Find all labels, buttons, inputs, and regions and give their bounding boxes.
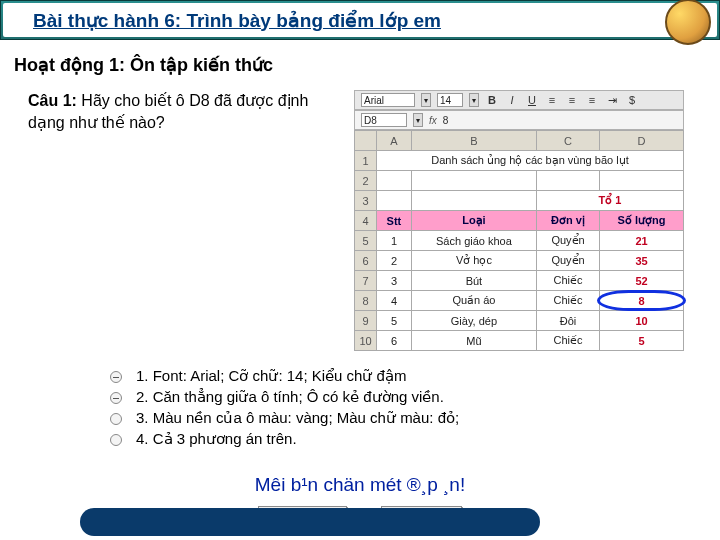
radio-icon[interactable] xyxy=(110,371,122,383)
fx-icon[interactable]: fx xyxy=(429,115,437,126)
merged-cell: Danh sách ủng hộ các bạn vùng bão lụt xyxy=(377,151,684,171)
col-header: A xyxy=(377,131,412,151)
cell: 5 xyxy=(377,311,412,331)
radio-icon[interactable] xyxy=(110,392,122,404)
table-row: 1Danh sách ủng hộ các bạn vùng bão lụt xyxy=(355,151,684,171)
activity-heading: Hoạt động 1: Ôn tập kiến thức xyxy=(14,54,720,76)
table-row: 106MũChiếc5 xyxy=(355,331,684,351)
row-header: 1 xyxy=(355,151,377,171)
italic-icon[interactable]: I xyxy=(505,94,519,106)
cell: 3 xyxy=(377,271,412,291)
table-row: 73BútChiếc52 xyxy=(355,271,684,291)
cell: Quyển xyxy=(536,231,599,251)
col-header: D xyxy=(600,131,684,151)
option-row[interactable]: 2. Căn thẳng giữa ô tính; Ô có kẻ đường … xyxy=(110,388,720,406)
align-right-icon[interactable]: ≡ xyxy=(585,94,599,106)
row-header: 5 xyxy=(355,231,377,251)
spreadsheet-grid: ABCD 1Danh sách ủng hộ các bạn vùng bão … xyxy=(354,130,684,351)
col-header: C xyxy=(536,131,599,151)
row-header: 4 xyxy=(355,211,377,231)
col-header xyxy=(355,131,377,151)
option-text: 1. Font: Arial; Cỡ chữ: 14; Kiểu chữ đậm xyxy=(136,367,406,385)
table-row: 84Quần áoChiếc8 xyxy=(355,291,684,311)
name-box[interactable]: D8 xyxy=(361,113,407,127)
cell xyxy=(377,171,412,191)
cell: 1 xyxy=(377,231,412,251)
table-row: 2 xyxy=(355,171,684,191)
question-label: Câu 1: xyxy=(28,92,77,109)
option-row[interactable]: 1. Font: Arial; Cỡ chữ: 14; Kiểu chữ đậm xyxy=(110,367,720,385)
table-row: 95Giày, dépĐôi10 xyxy=(355,311,684,331)
row-header: 7 xyxy=(355,271,377,291)
cell: Chiếc xyxy=(536,271,599,291)
cell: Sách giáo khoa xyxy=(411,231,536,251)
ss-toolbar: Arial ▾ 14 ▾ B I U ≡ ≡ ≡ ⇥ $ xyxy=(354,90,684,110)
cell xyxy=(600,171,684,191)
radio-icon[interactable] xyxy=(110,413,122,425)
table-row: 3Tổ 1 xyxy=(355,191,684,211)
row-header: 10 xyxy=(355,331,377,351)
cell: Vở học xyxy=(411,251,536,271)
row-header: 8 xyxy=(355,291,377,311)
row-header: 6 xyxy=(355,251,377,271)
formula-bar: D8 ▾ fx 8 xyxy=(354,110,684,130)
question-text: Câu 1: Hãy cho biết ô D8 đã được định dạ… xyxy=(28,90,338,351)
merge-icon[interactable]: ⇥ xyxy=(605,94,619,107)
cell: Đơn vị xyxy=(536,211,599,231)
table-row: 4SttLoạiĐơn vịSố lượng xyxy=(355,211,684,231)
font-selector[interactable]: Arial xyxy=(361,93,415,107)
cell: Chiếc xyxy=(536,291,599,311)
align-left-icon[interactable]: ≡ xyxy=(545,94,559,106)
bold-icon[interactable]: B xyxy=(485,94,499,106)
table-row: 51Sách giáo khoaQuyển21 xyxy=(355,231,684,251)
row-header: 3 xyxy=(355,191,377,211)
cell: 52 xyxy=(600,271,684,291)
cell: 10 xyxy=(600,311,684,331)
title-bar: Bài thực hành 6: Trình bày bảng điểm lớp… xyxy=(0,0,720,40)
currency-icon[interactable]: $ xyxy=(625,94,639,106)
formula-value: 8 xyxy=(443,115,449,126)
option-row[interactable]: 4. Cả 3 phương án trên. xyxy=(110,430,720,448)
cell: Đôi xyxy=(536,311,599,331)
cell: Stt xyxy=(377,211,412,231)
dropdown-icon[interactable]: ▾ xyxy=(421,93,431,107)
size-selector[interactable]: 14 xyxy=(437,93,463,107)
spreadsheet-screenshot: Arial ▾ 14 ▾ B I U ≡ ≡ ≡ ⇥ $ D8 ▾ fx 8 A… xyxy=(354,90,684,351)
group-label: Tổ 1 xyxy=(536,191,683,211)
cell: Giày, dép xyxy=(411,311,536,331)
footer-pill xyxy=(80,508,540,536)
cell: 5 xyxy=(600,331,684,351)
cell: 8 xyxy=(600,291,684,311)
cell: Quyển xyxy=(536,251,599,271)
underline-icon[interactable]: U xyxy=(525,94,539,106)
cell: Loại xyxy=(411,211,536,231)
cell: Mũ xyxy=(411,331,536,351)
option-text: 2. Căn thẳng giữa ô tính; Ô có kẻ đường … xyxy=(136,388,444,406)
answer-options: 1. Font: Arial; Cỡ chữ: 14; Kiểu chữ đậm… xyxy=(110,367,720,448)
option-text: 3. Màu nền của ô màu: vàng; Màu chữ màu:… xyxy=(136,409,459,427)
cell: Quần áo xyxy=(411,291,536,311)
cell: 6 xyxy=(377,331,412,351)
cell: 4 xyxy=(377,291,412,311)
cell: Số lượng xyxy=(600,211,684,231)
col-header: B xyxy=(411,131,536,151)
cell: 2 xyxy=(377,251,412,271)
dropdown-icon[interactable]: ▾ xyxy=(413,113,423,127)
prompt-message: Mêi b¹n chän mét ®¸p ¸n! xyxy=(0,474,720,496)
dropdown-icon[interactable]: ▾ xyxy=(469,93,479,107)
cell: Chiếc xyxy=(536,331,599,351)
page-title: Bài thực hành 6: Trình bày bảng điểm lớp… xyxy=(33,9,441,32)
row-header: 2 xyxy=(355,171,377,191)
cell xyxy=(411,171,536,191)
radio-icon[interactable] xyxy=(110,434,122,446)
logo-badge xyxy=(665,0,711,45)
option-row[interactable]: 3. Màu nền của ô màu: vàng; Màu chữ màu:… xyxy=(110,409,720,427)
cell xyxy=(536,171,599,191)
option-text: 4. Cả 3 phương án trên. xyxy=(136,430,297,448)
cell: 21 xyxy=(600,231,684,251)
cell: Bút xyxy=(411,271,536,291)
table-row: 62Vở họcQuyển35 xyxy=(355,251,684,271)
align-center-icon[interactable]: ≡ xyxy=(565,94,579,106)
row-header: 9 xyxy=(355,311,377,331)
cell: 35 xyxy=(600,251,684,271)
